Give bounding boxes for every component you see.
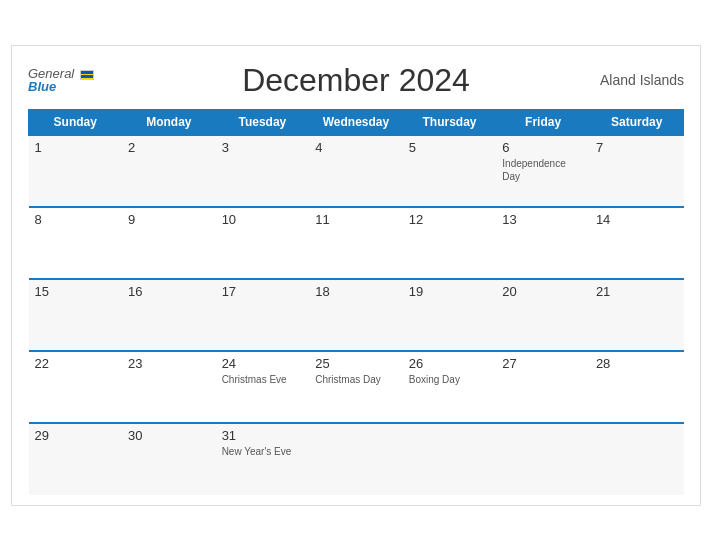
calendar-cell: 7 [590,135,684,207]
calendar-cell [496,423,590,495]
week-row-5: 293031New Year's Eve [29,423,684,495]
calendar-cell: 20 [496,279,590,351]
day-number: 13 [502,212,584,227]
calendar-cell: 1 [29,135,123,207]
day-number: 26 [409,356,491,371]
calendar-cell: 3 [216,135,310,207]
calendar-cell: 10 [216,207,310,279]
calendar-cell: 18 [309,279,403,351]
col-sunday: Sunday [29,109,123,135]
calendar-cell: 29 [29,423,123,495]
col-tuesday: Tuesday [216,109,310,135]
calendar-cell: 22 [29,351,123,423]
calendar-cell: 17 [216,279,310,351]
day-number: 9 [128,212,210,227]
day-number: 30 [128,428,210,443]
holiday-name: New Year's Eve [222,445,304,458]
day-number: 22 [35,356,117,371]
calendar-cell: 13 [496,207,590,279]
calendar-cell: 24Christmas Eve [216,351,310,423]
day-number: 1 [35,140,117,155]
col-saturday: Saturday [590,109,684,135]
calendar-cell: 2 [122,135,216,207]
calendar-cell: 23 [122,351,216,423]
day-number: 7 [596,140,678,155]
day-number: 18 [315,284,397,299]
day-number: 29 [35,428,117,443]
day-number: 25 [315,356,397,371]
week-row-1: 123456Independence Day7 [29,135,684,207]
day-number: 19 [409,284,491,299]
calendar-cell: 11 [309,207,403,279]
week-row-2: 891011121314 [29,207,684,279]
calendar-cell: 28 [590,351,684,423]
calendar-cell: 25Christmas Day [309,351,403,423]
col-monday: Monday [122,109,216,135]
calendar-header-row: Sunday Monday Tuesday Wednesday Thursday… [29,109,684,135]
day-number: 15 [35,284,117,299]
col-thursday: Thursday [403,109,497,135]
day-number: 3 [222,140,304,155]
calendar-grid: Sunday Monday Tuesday Wednesday Thursday… [28,109,684,495]
day-number: 6 [502,140,584,155]
logo: General Blue [28,67,94,93]
day-number: 28 [596,356,678,371]
calendar-cell: 16 [122,279,216,351]
col-friday: Friday [496,109,590,135]
holiday-name: Christmas Day [315,373,397,386]
day-number: 27 [502,356,584,371]
day-number: 14 [596,212,678,227]
calendar-container: General Blue December 2024 Aland Islands… [11,45,701,506]
day-number: 11 [315,212,397,227]
day-number: 2 [128,140,210,155]
calendar-cell: 9 [122,207,216,279]
calendar-header: General Blue December 2024 Aland Islands [28,62,684,99]
calendar-cell: 4 [309,135,403,207]
day-number: 31 [222,428,304,443]
day-number: 16 [128,284,210,299]
logo-blue-text: Blue [28,80,94,93]
day-number: 20 [502,284,584,299]
calendar-cell: 8 [29,207,123,279]
calendar-cell: 15 [29,279,123,351]
day-number: 4 [315,140,397,155]
day-number: 5 [409,140,491,155]
calendar-cell: 6Independence Day [496,135,590,207]
week-row-3: 15161718192021 [29,279,684,351]
holiday-name: Boxing Day [409,373,491,386]
calendar-cell: 30 [122,423,216,495]
calendar-cell [309,423,403,495]
calendar-title: December 2024 [242,62,470,99]
calendar-cell: 27 [496,351,590,423]
calendar-cell: 26Boxing Day [403,351,497,423]
calendar-cell: 21 [590,279,684,351]
day-number: 23 [128,356,210,371]
region-label: Aland Islands [600,72,684,88]
calendar-cell [590,423,684,495]
calendar-cell [403,423,497,495]
day-number: 24 [222,356,304,371]
day-number: 10 [222,212,304,227]
day-number: 17 [222,284,304,299]
day-number: 21 [596,284,678,299]
calendar-cell: 19 [403,279,497,351]
holiday-name: Independence Day [502,157,584,183]
week-row-4: 222324Christmas Eve25Christmas Day26Boxi… [29,351,684,423]
holiday-name: Christmas Eve [222,373,304,386]
calendar-cell: 31New Year's Eve [216,423,310,495]
calendar-cell: 12 [403,207,497,279]
calendar-cell: 14 [590,207,684,279]
day-number: 8 [35,212,117,227]
col-wednesday: Wednesday [309,109,403,135]
day-number: 12 [409,212,491,227]
calendar-cell: 5 [403,135,497,207]
